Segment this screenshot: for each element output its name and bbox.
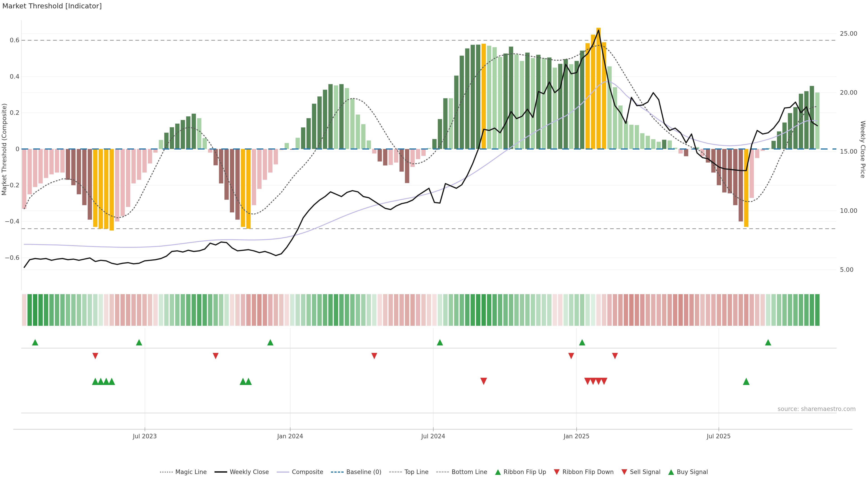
- x-axis-tick: Jul 2023: [127, 433, 163, 440]
- dashed-line-icon: [389, 471, 402, 473]
- right-axis-tick: 25.00: [840, 30, 868, 37]
- dotted-line-icon: [160, 471, 173, 473]
- x-axis-tick: Jul 2024: [415, 433, 452, 440]
- legend-item-sell-signal: Sell Signal: [621, 468, 660, 475]
- solid-line-icon: [277, 471, 289, 473]
- legend-item-ribbon-flip-up: Ribbon Flip Up: [495, 468, 546, 475]
- left-axis-tick: 0: [0, 145, 20, 153]
- legend-item-ribbon-flip-down: Ribbon Flip Down: [554, 468, 614, 475]
- down-triangle-icon: [621, 469, 627, 475]
- left-axis-tick: 0.2: [0, 109, 20, 116]
- left-axis-tick: −0.6: [0, 254, 20, 261]
- chart-legend: Magic Line Weekly Close Composite Baseli…: [0, 468, 868, 475]
- right-axis-tick: 5.00: [840, 266, 868, 273]
- source-note: source: sharemaestro.com: [778, 405, 856, 412]
- right-axis-tick: 10.00: [840, 207, 868, 214]
- left-axis-tick: 0.6: [0, 37, 20, 43]
- legend-item-weekly-close: Weekly Close: [215, 468, 269, 475]
- x-axis-tick: Jan 2024: [272, 433, 308, 440]
- legend-item-composite: Composite: [277, 468, 323, 475]
- left-axis-tick: −0.2: [0, 182, 20, 189]
- page-title: Market Threshold [Indicator]: [2, 2, 102, 10]
- indicator-chart-canvas: [0, 0, 868, 488]
- right-axis-tick: 15.00: [840, 148, 868, 155]
- x-axis-tick: Jan 2025: [559, 433, 595, 440]
- legend-item-magic-line: Magic Line: [160, 468, 207, 475]
- dashed-line-icon: [436, 471, 449, 473]
- legend-item-bottom-line: Bottom Line: [436, 468, 487, 475]
- up-triangle-icon: [495, 469, 501, 475]
- down-triangle-icon: [554, 469, 560, 475]
- x-axis-tick: Jul 2025: [701, 433, 737, 440]
- left-axis-tick: −0.4: [0, 218, 20, 225]
- right-axis-tick: 20.00: [840, 89, 868, 96]
- dashed-line-icon: [331, 471, 344, 473]
- left-axis-tick: 0.4: [0, 73, 20, 80]
- legend-item-buy-signal: Buy Signal: [668, 468, 708, 475]
- solid-line-icon: [215, 471, 227, 473]
- up-triangle-icon: [668, 469, 674, 475]
- legend-item-baseline: Baseline (0): [331, 468, 381, 475]
- legend-item-top-line: Top Line: [389, 468, 429, 475]
